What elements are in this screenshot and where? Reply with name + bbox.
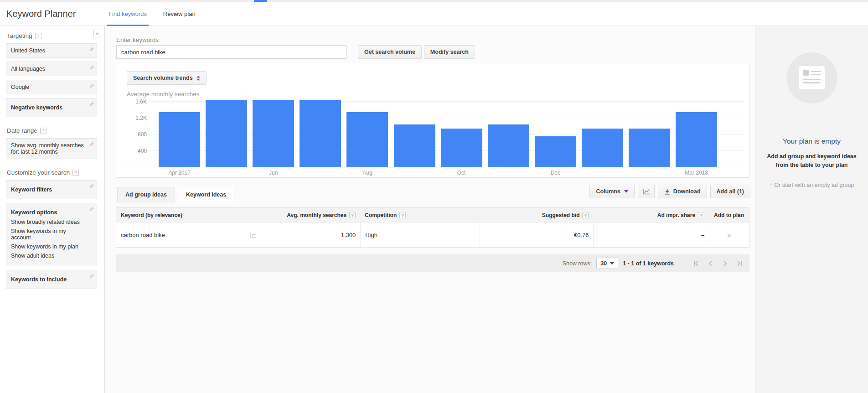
help-icon[interactable]: ? <box>40 128 46 134</box>
search-volume-chart-card: Search volume trends Average monthly sea… <box>116 64 749 178</box>
download-icon <box>664 189 670 195</box>
avg-searches-value: 1,300 <box>341 232 356 238</box>
tab-review-plan[interactable]: Review plan <box>161 2 197 26</box>
chart-view-button[interactable] <box>638 185 655 198</box>
help-icon[interactable]: ? <box>582 212 589 218</box>
col-header-suggested-bid[interactable]: Suggested bid? <box>480 212 594 218</box>
edit-pencil-icon[interactable]: ✎ <box>89 101 94 108</box>
table-row: carbon road bike 1,300 High €0.76 – » <box>116 222 749 247</box>
chart-bar-mar-2018[interactable] <box>676 112 717 168</box>
suggested-bid-cell: €0.76 <box>480 222 594 247</box>
help-icon[interactable]: ? <box>35 33 41 39</box>
help-icon[interactable]: ? <box>698 212 704 218</box>
previous-page-button[interactable] <box>707 260 714 267</box>
columns-label: Columns <box>596 188 620 195</box>
sidebar-item-all-languages[interactable]: All languages✎ <box>6 62 97 76</box>
chart-bar-jul-2017[interactable] <box>300 100 341 167</box>
edit-pencil-icon[interactable]: ✎ <box>89 273 94 279</box>
sidebar-section-title: Customize your search? <box>7 169 97 176</box>
y-axis-label: 800 <box>116 131 147 138</box>
sidebar-item-keyword-options[interactable]: Keyword options✎Show broadly related ide… <box>6 203 97 266</box>
col-header-keyword[interactable]: Keyword (by relevance) <box>116 212 245 218</box>
sidebar-section-date-range: Date range?Show avg. monthly searches fo… <box>6 127 97 159</box>
chart-bar-jun-2017[interactable] <box>253 100 294 167</box>
add-to-plan-button[interactable]: » <box>727 231 731 239</box>
chart-bar-may-2017[interactable] <box>206 100 247 167</box>
chart-bar-feb-2018[interactable] <box>629 129 670 168</box>
edit-pencil-icon[interactable]: ✎ <box>89 65 94 71</box>
collapse-sidebar-button[interactable]: « <box>93 30 101 37</box>
tab-ad-group-ideas[interactable]: Ad group ideas <box>117 187 175 202</box>
sidebar-section-title: Date range? <box>7 127 97 134</box>
download-button[interactable]: Download <box>658 185 707 198</box>
sidebar-item-show-avg-monthly-searches-for-last-12-months[interactable]: Show avg. monthly searches for: last 12 … <box>6 138 97 159</box>
x-axis-label: Dec <box>551 170 560 176</box>
col-header-competition[interactable]: Competition? <box>360 212 480 218</box>
columns-dropdown-button[interactable]: Columns <box>589 185 634 198</box>
x-axis-label: Oct <box>457 170 466 176</box>
sort-updown-icon <box>196 76 200 81</box>
chart-bar-aug-2017[interactable] <box>346 112 388 168</box>
sidebar-item-negative-keywords[interactable]: Negative keywords✎ <box>6 98 97 117</box>
sidebar-item-google[interactable]: Google✎ <box>6 80 97 94</box>
tab-find-keywords[interactable]: Find keywords <box>107 2 149 26</box>
tab-keyword-ideas[interactable]: Keyword ideas <box>178 187 234 202</box>
edit-pencil-icon[interactable]: ✎ <box>89 206 94 212</box>
col-header-avg-monthly-searches[interactable]: Avg. monthly searches? <box>245 212 361 218</box>
get-search-volume-button[interactable]: Get search volume <box>358 45 422 59</box>
start-empty-ad-group-link[interactable]: + Or start with an empty ad group <box>755 182 868 188</box>
help-icon[interactable]: ? <box>399 212 406 218</box>
ad-impr-share-cell: – <box>593 222 709 247</box>
edit-pencil-icon[interactable]: ✎ <box>89 83 94 89</box>
chart-bar-apr-2017[interactable] <box>159 112 200 168</box>
keyword-option-show-broadly-related-ideas: Show broadly related ideas <box>11 219 86 225</box>
sidebar-item-united-states[interactable]: United States✎ <box>6 43 97 58</box>
bar-chart-plot: 4008001.2K1.6K <box>116 100 749 167</box>
col-header-add-to-plan: Add to plan <box>709 212 749 218</box>
search-volume-trends-dropdown[interactable]: Search volume trends <box>127 71 207 85</box>
help-icon[interactable]: ? <box>349 212 356 218</box>
add-to-plan-cell: » <box>709 222 749 247</box>
trend-chart-icon <box>642 188 650 195</box>
pagination-range: 1 - 1 of 1 keywords <box>623 260 674 267</box>
y-axis-label: 1.2K <box>116 115 147 121</box>
show-rows-label: Show rows: <box>563 260 592 267</box>
chart-bar-dec-2017[interactable] <box>535 136 576 167</box>
chart-bar-jan-2018[interactable] <box>582 129 623 168</box>
x-axis-label: Apr 2017 <box>168 170 191 176</box>
x-axis-labels: Apr 2017JunAugOctDecMar 2018 <box>116 170 749 177</box>
add-all-button[interactable]: Add all (1) <box>710 185 750 198</box>
pagination-bar: Show rows: 30 1 - 1 of 1 keywords <box>116 254 749 272</box>
notes-icon <box>799 66 825 89</box>
row-trend-chart-icon[interactable] <box>250 232 257 238</box>
y-axis-label: 400 <box>116 148 147 154</box>
last-page-button[interactable] <box>736 260 743 267</box>
edit-pencil-icon[interactable]: ✎ <box>89 47 94 53</box>
rows-per-page-dropdown[interactable]: 30 <box>596 258 618 269</box>
keywords-input[interactable] <box>116 45 346 59</box>
first-page-button[interactable] <box>692 260 699 267</box>
pagination-controls <box>685 260 743 267</box>
col-header-ad-impr-share[interactable]: Ad impr. share? <box>593 212 709 218</box>
sidebar-section-customize-your-search: Customize your search?Keyword filters✎Ke… <box>6 169 97 289</box>
keyword-cell: carbon road bike <box>116 222 245 247</box>
chart-bar-sep-2017[interactable] <box>394 124 435 168</box>
keyword-ideas-table: Keyword (by relevance) Avg. monthly sear… <box>116 207 749 248</box>
sidebar-item-keywords-to-include[interactable]: Keywords to include✎ <box>6 270 97 289</box>
enter-keywords-label: Enter keywords <box>116 36 159 43</box>
chart-bar-oct-2017[interactable] <box>441 129 482 168</box>
modify-search-button[interactable]: Modify search <box>424 45 475 59</box>
y-axis-label: 1.6K <box>116 98 147 105</box>
keyword-option-show-keywords-in-my-account: Show keywords in my account <box>11 228 86 241</box>
chart-bar-nov-2017[interactable] <box>488 124 529 168</box>
main-content: Enter keywords Get search volume Modify … <box>105 26 755 393</box>
next-page-button[interactable] <box>722 260 728 267</box>
edit-pencil-icon[interactable]: ✎ <box>89 141 94 148</box>
sidebar-section-title: Targeting? <box>7 32 97 39</box>
table-header-row: Keyword (by relevance) Avg. monthly sear… <box>116 208 749 222</box>
page-title: Keyword Planner <box>6 9 76 19</box>
help-icon[interactable]: ? <box>72 170 79 176</box>
sidebar-item-keyword-filters[interactable]: Keyword filters✎ <box>6 180 97 199</box>
chevron-down-icon <box>624 190 628 193</box>
edit-pencil-icon[interactable]: ✎ <box>89 183 94 190</box>
